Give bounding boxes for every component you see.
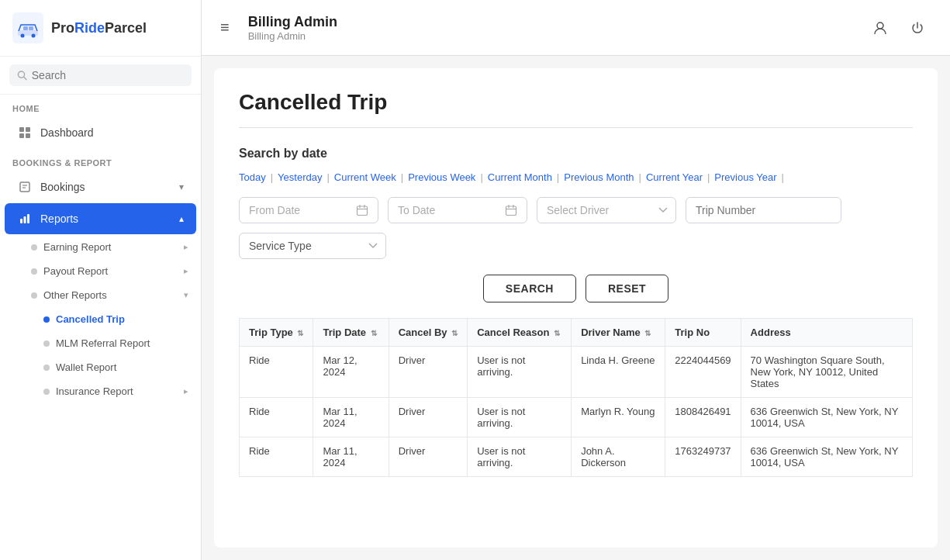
power-button[interactable] [903, 14, 931, 42]
sidebar-sub-item-earning-report[interactable]: Earning Report ▸ [0, 235, 201, 259]
header: ≡ Billing Admin Billing Admin [202, 0, 950, 56]
col-cancel-by: Cancel By ⇅ [389, 319, 468, 347]
svg-line-7 [24, 77, 26, 79]
sidebar-item-bookings[interactable]: Bookings ▾ [5, 171, 196, 202]
cell-trip-type: Ride [240, 437, 313, 477]
filter-yesterday[interactable]: Yesterday [278, 171, 322, 183]
reset-button[interactable]: RESET [586, 275, 668, 302]
svg-point-18 [877, 22, 883, 29]
filter-current-month[interactable]: Current Month [488, 171, 552, 183]
power-icon [910, 20, 925, 36]
cell-cancel-reason: User is not arriving. [468, 398, 572, 437]
reports-label: Reports [40, 213, 171, 225]
title-divider [239, 127, 913, 128]
other-reports-label: Other Reports [43, 289, 107, 301]
grid-icon [17, 125, 33, 140]
payout-report-dot [31, 268, 37, 275]
insurance-report-dot [43, 389, 50, 395]
page-title: Cancelled Trip [239, 90, 913, 115]
cell-address: 636 Greenwich St, New York, NY 10014, US… [741, 398, 912, 437]
sep1: | [271, 171, 273, 183]
from-date-picker[interactable]: From Date [239, 197, 378, 223]
service-type-select[interactable]: Service Type [239, 233, 386, 259]
sort-icon-driver-name[interactable]: ⇅ [644, 329, 651, 337]
filter-previous-year[interactable]: Previous Year [714, 171, 776, 183]
sidebar-sub-item-cancelled-trip[interactable]: Cancelled Trip [0, 307, 201, 331]
cell-trip-type: Ride [240, 398, 313, 437]
search-input[interactable] [32, 69, 184, 81]
trip-number-input[interactable] [686, 197, 841, 223]
filter-today[interactable]: Today [239, 171, 266, 183]
sidebar-sub-item-wallet-report[interactable]: Wallet Report [0, 355, 201, 379]
driver-select[interactable]: Select Driver [537, 197, 676, 223]
svg-rect-11 [26, 133, 30, 138]
sep8: | [782, 171, 784, 183]
table-body: RideMar 12, 2024DriverUser is not arrivi… [240, 347, 913, 477]
col-trip-no: Trip No [665, 319, 741, 347]
col-trip-type: Trip Type ⇅ [240, 319, 313, 347]
sep2: | [326, 171, 329, 183]
cell-trip-no: 1808426491 [665, 398, 741, 437]
cancelled-trip-label: Cancelled Trip [56, 313, 125, 325]
sidebar-item-dashboard[interactable]: Dashboard [5, 117, 196, 148]
reports-chevron-icon: ▴ [179, 213, 184, 224]
sep7: | [707, 171, 710, 183]
cell-address: 70 Washington Square South, New York, NY… [741, 347, 912, 398]
sep4: | [480, 171, 482, 183]
earning-report-label: Earning Report [43, 241, 111, 253]
sort-icon-cancel-reason[interactable]: ⇅ [554, 329, 560, 337]
cell-cancel-reason: User is not arriving. [468, 347, 572, 398]
sidebar-sub-item-mlm-referral[interactable]: MLM Referral Report [0, 331, 201, 355]
payout-report-label: Payout Report [43, 265, 108, 277]
bookings-report-label: BOOKINGS & REPORT [0, 149, 201, 171]
insurance-report-chevron-icon: ▸ [184, 386, 188, 396]
sidebar-item-reports[interactable]: Reports ▴ [5, 203, 196, 234]
sidebar-sub-item-other-reports[interactable]: Other Reports ▾ [0, 283, 201, 307]
svg-rect-17 [27, 214, 29, 223]
logo-icon [12, 12, 43, 43]
header-title-wrap: Billing Admin Billing Admin [248, 14, 854, 42]
sidebar-search-section [0, 57, 201, 95]
search-by-date-label: Search by date [239, 147, 913, 161]
cell-trip-type: Ride [240, 347, 313, 398]
sort-icon-trip-date[interactable]: ⇅ [371, 329, 377, 337]
sort-icon-cancel-by[interactable]: ⇅ [451, 329, 458, 337]
to-date-picker[interactable]: To Date [388, 197, 527, 223]
filter-current-year[interactable]: Current Year [646, 171, 703, 183]
svg-rect-4 [23, 26, 28, 30]
filter-previous-month[interactable]: Previous Month [564, 171, 634, 183]
cell-cancel-by: Driver [389, 398, 468, 437]
search-icon [17, 70, 27, 81]
sep5: | [557, 171, 559, 183]
user-profile-button[interactable] [866, 14, 894, 42]
action-row: SEARCH RESET [239, 275, 913, 302]
mlm-referral-dot [43, 340, 50, 347]
filter-current-week[interactable]: Current Week [334, 171, 396, 183]
user-icon [872, 20, 888, 36]
cell-cancel-reason: User is not arriving. [468, 437, 572, 477]
col-cancel-reason: Cancel Reason ⇅ [468, 319, 572, 347]
wallet-report-label: Wallet Report [56, 361, 116, 373]
cell-trip-no: 1763249737 [665, 437, 741, 477]
main-content-area: ≡ Billing Admin Billing Admin Cancelled … [202, 0, 950, 560]
svg-rect-23 [506, 206, 516, 216]
sidebar-sub-item-payout-report[interactable]: Payout Report ▸ [0, 259, 201, 283]
insurance-report-label: Insurance Report [56, 385, 133, 397]
search-input-wrap[interactable] [9, 64, 192, 86]
header-icons [866, 14, 931, 42]
earning-report-chevron-icon: ▸ [184, 242, 188, 252]
menu-icon[interactable]: ≡ [220, 19, 230, 36]
filter-previous-week[interactable]: Previous Week [408, 171, 475, 183]
other-reports-dot [31, 292, 37, 299]
table-row: RideMar 11, 2024DriverUser is not arrivi… [240, 437, 913, 477]
sort-icon-trip-type[interactable]: ⇅ [297, 329, 303, 337]
calendar-icon-to [505, 204, 517, 216]
logo-text: ProRideParcel [51, 20, 147, 36]
sidebar-sub-item-insurance-report[interactable]: Insurance Report ▸ [0, 379, 201, 403]
search-button[interactable]: SEARCH [483, 275, 576, 302]
cell-trip-date: Mar 11, 2024 [313, 437, 389, 477]
bookings-chevron-icon: ▾ [179, 181, 184, 192]
svg-rect-8 [19, 127, 24, 132]
cell-trip-date: Mar 12, 2024 [313, 347, 389, 398]
date-filter-links: Today | Yesterday | Current Week | Previ… [239, 171, 913, 183]
